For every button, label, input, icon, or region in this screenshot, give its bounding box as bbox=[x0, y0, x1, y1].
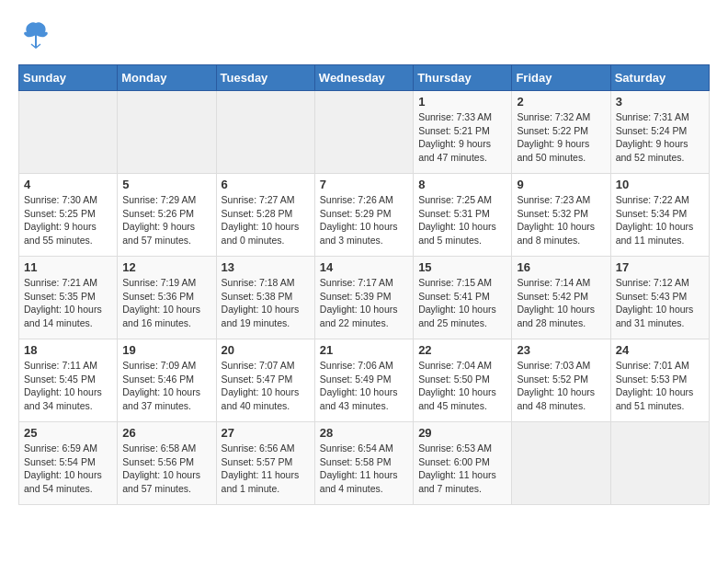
day-info: Sunrise: 7:25 AM Sunset: 5:31 PM Dayligh… bbox=[418, 193, 506, 247]
calendar-cell: 15Sunrise: 7:15 AM Sunset: 5:41 PM Dayli… bbox=[414, 257, 512, 339]
day-info: Sunrise: 6:56 AM Sunset: 5:57 PM Dayligh… bbox=[222, 442, 310, 496]
day-info: Sunrise: 7:21 AM Sunset: 5:35 PM Dayligh… bbox=[24, 276, 112, 330]
calendar-week-row: 11Sunrise: 7:21 AM Sunset: 5:35 PM Dayli… bbox=[19, 257, 710, 339]
day-number: 2 bbox=[517, 95, 605, 109]
calendar-cell bbox=[314, 91, 413, 174]
day-number: 1 bbox=[418, 95, 506, 109]
calendar-cell: 23Sunrise: 7:03 AM Sunset: 5:52 PM Dayli… bbox=[512, 339, 610, 422]
calendar-cell: 14Sunrise: 7:17 AM Sunset: 5:39 PM Dayli… bbox=[314, 257, 413, 339]
day-info: Sunrise: 7:27 AM Sunset: 5:28 PM Dayligh… bbox=[222, 193, 310, 247]
day-number: 21 bbox=[320, 343, 408, 357]
calendar-week-row: 18Sunrise: 7:11 AM Sunset: 5:45 PM Dayli… bbox=[19, 339, 710, 422]
day-number: 20 bbox=[222, 343, 310, 357]
calendar-cell: 25Sunrise: 6:59 AM Sunset: 5:54 PM Dayli… bbox=[19, 422, 118, 505]
calendar-cell: 9Sunrise: 7:23 AM Sunset: 5:32 PM Daylig… bbox=[512, 174, 610, 257]
day-number: 16 bbox=[517, 260, 605, 274]
day-number: 8 bbox=[418, 178, 506, 191]
calendar-cell: 26Sunrise: 6:58 AM Sunset: 5:56 PM Dayli… bbox=[118, 422, 216, 505]
calendar-header-row: SundayMondayTuesdayWednesdayThursdayFrid… bbox=[19, 65, 710, 91]
column-header-tuesday: Tuesday bbox=[216, 65, 314, 91]
day-info: Sunrise: 7:17 AM Sunset: 5:39 PM Dayligh… bbox=[320, 276, 408, 330]
day-info: Sunrise: 7:01 AM Sunset: 5:53 PM Dayligh… bbox=[616, 359, 704, 413]
day-number: 27 bbox=[222, 426, 310, 440]
calendar-cell: 20Sunrise: 7:07 AM Sunset: 5:47 PM Dayli… bbox=[216, 339, 314, 422]
calendar-cell bbox=[216, 91, 314, 174]
day-info: Sunrise: 7:19 AM Sunset: 5:36 PM Dayligh… bbox=[122, 276, 210, 330]
calendar-cell: 17Sunrise: 7:12 AM Sunset: 5:43 PM Dayli… bbox=[610, 257, 709, 339]
day-info: Sunrise: 7:23 AM Sunset: 5:32 PM Dayligh… bbox=[517, 193, 605, 247]
day-number: 6 bbox=[222, 178, 310, 191]
day-number: 14 bbox=[320, 260, 408, 274]
calendar-cell: 19Sunrise: 7:09 AM Sunset: 5:46 PM Dayli… bbox=[118, 339, 216, 422]
column-header-monday: Monday bbox=[118, 65, 216, 91]
day-info: Sunrise: 7:07 AM Sunset: 5:47 PM Dayligh… bbox=[222, 359, 310, 413]
day-number: 24 bbox=[616, 343, 704, 357]
logo-bird-icon bbox=[22, 18, 50, 55]
day-number: 18 bbox=[24, 343, 112, 357]
day-number: 11 bbox=[24, 260, 112, 274]
calendar-week-row: 25Sunrise: 6:59 AM Sunset: 5:54 PM Dayli… bbox=[19, 422, 710, 505]
calendar-cell bbox=[19, 91, 118, 174]
day-info: Sunrise: 7:09 AM Sunset: 5:46 PM Dayligh… bbox=[122, 359, 210, 413]
day-number: 5 bbox=[122, 178, 210, 191]
day-number: 29 bbox=[418, 426, 506, 440]
calendar-cell: 11Sunrise: 7:21 AM Sunset: 5:35 PM Dayli… bbox=[19, 257, 118, 339]
day-info: Sunrise: 7:33 AM Sunset: 5:21 PM Dayligh… bbox=[418, 110, 506, 165]
page-header bbox=[18, 18, 710, 55]
calendar-cell: 7Sunrise: 7:26 AM Sunset: 5:29 PM Daylig… bbox=[314, 174, 413, 257]
calendar-table: SundayMondayTuesdayWednesdayThursdayFrid… bbox=[18, 64, 710, 505]
calendar-cell: 1Sunrise: 7:33 AM Sunset: 5:21 PM Daylig… bbox=[414, 91, 512, 174]
day-info: Sunrise: 7:22 AM Sunset: 5:34 PM Dayligh… bbox=[616, 193, 704, 247]
day-info: Sunrise: 6:53 AM Sunset: 6:00 PM Dayligh… bbox=[418, 442, 506, 496]
day-info: Sunrise: 7:31 AM Sunset: 5:24 PM Dayligh… bbox=[616, 110, 704, 165]
calendar-cell: 2Sunrise: 7:32 AM Sunset: 5:22 PM Daylig… bbox=[512, 91, 610, 174]
day-number: 22 bbox=[418, 343, 506, 357]
day-info: Sunrise: 7:06 AM Sunset: 5:49 PM Dayligh… bbox=[320, 359, 408, 413]
day-number: 7 bbox=[320, 178, 408, 191]
day-info: Sunrise: 7:29 AM Sunset: 5:26 PM Dayligh… bbox=[122, 193, 210, 247]
calendar-cell: 29Sunrise: 6:53 AM Sunset: 6:00 PM Dayli… bbox=[414, 422, 512, 505]
day-info: Sunrise: 6:58 AM Sunset: 5:56 PM Dayligh… bbox=[122, 442, 210, 496]
calendar-cell bbox=[118, 91, 216, 174]
calendar-cell: 24Sunrise: 7:01 AM Sunset: 5:53 PM Dayli… bbox=[610, 339, 709, 422]
column-header-saturday: Saturday bbox=[610, 65, 709, 91]
column-header-sunday: Sunday bbox=[19, 65, 118, 91]
calendar-week-row: 1Sunrise: 7:33 AM Sunset: 5:21 PM Daylig… bbox=[19, 91, 710, 174]
calendar-cell: 22Sunrise: 7:04 AM Sunset: 5:50 PM Dayli… bbox=[414, 339, 512, 422]
day-number: 17 bbox=[616, 260, 704, 274]
day-info: Sunrise: 7:15 AM Sunset: 5:41 PM Dayligh… bbox=[418, 276, 506, 330]
day-info: Sunrise: 7:26 AM Sunset: 5:29 PM Dayligh… bbox=[320, 193, 408, 247]
calendar-cell: 21Sunrise: 7:06 AM Sunset: 5:49 PM Dayli… bbox=[314, 339, 413, 422]
day-info: Sunrise: 7:32 AM Sunset: 5:22 PM Dayligh… bbox=[517, 110, 605, 165]
day-number: 4 bbox=[24, 178, 112, 191]
calendar-cell: 13Sunrise: 7:18 AM Sunset: 5:38 PM Dayli… bbox=[216, 257, 314, 339]
calendar-cell: 4Sunrise: 7:30 AM Sunset: 5:25 PM Daylig… bbox=[19, 174, 118, 257]
column-header-thursday: Thursday bbox=[414, 65, 512, 91]
logo bbox=[18, 18, 50, 55]
day-number: 23 bbox=[517, 343, 605, 357]
calendar-cell: 10Sunrise: 7:22 AM Sunset: 5:34 PM Dayli… bbox=[610, 174, 709, 257]
calendar-cell: 8Sunrise: 7:25 AM Sunset: 5:31 PM Daylig… bbox=[414, 174, 512, 257]
calendar-cell: 27Sunrise: 6:56 AM Sunset: 5:57 PM Dayli… bbox=[216, 422, 314, 505]
day-number: 28 bbox=[320, 426, 408, 440]
day-number: 9 bbox=[517, 178, 605, 191]
day-number: 13 bbox=[222, 260, 310, 274]
day-info: Sunrise: 7:18 AM Sunset: 5:38 PM Dayligh… bbox=[222, 276, 310, 330]
day-number: 26 bbox=[122, 426, 210, 440]
day-info: Sunrise: 7:30 AM Sunset: 5:25 PM Dayligh… bbox=[24, 193, 112, 247]
calendar-cell: 18Sunrise: 7:11 AM Sunset: 5:45 PM Dayli… bbox=[19, 339, 118, 422]
day-info: Sunrise: 6:54 AM Sunset: 5:58 PM Dayligh… bbox=[320, 442, 408, 496]
calendar-cell: 12Sunrise: 7:19 AM Sunset: 5:36 PM Dayli… bbox=[118, 257, 216, 339]
day-info: Sunrise: 7:03 AM Sunset: 5:52 PM Dayligh… bbox=[517, 359, 605, 413]
calendar-cell bbox=[610, 422, 709, 505]
day-info: Sunrise: 6:59 AM Sunset: 5:54 PM Dayligh… bbox=[24, 442, 112, 496]
day-number: 12 bbox=[122, 260, 210, 274]
calendar-cell: 28Sunrise: 6:54 AM Sunset: 5:58 PM Dayli… bbox=[314, 422, 413, 505]
day-number: 15 bbox=[418, 260, 506, 274]
day-number: 19 bbox=[122, 343, 210, 357]
calendar-cell: 3Sunrise: 7:31 AM Sunset: 5:24 PM Daylig… bbox=[610, 91, 709, 174]
day-number: 25 bbox=[24, 426, 112, 440]
calendar-cell: 16Sunrise: 7:14 AM Sunset: 5:42 PM Dayli… bbox=[512, 257, 610, 339]
calendar-cell: 5Sunrise: 7:29 AM Sunset: 5:26 PM Daylig… bbox=[118, 174, 216, 257]
calendar-week-row: 4Sunrise: 7:30 AM Sunset: 5:25 PM Daylig… bbox=[19, 174, 710, 257]
